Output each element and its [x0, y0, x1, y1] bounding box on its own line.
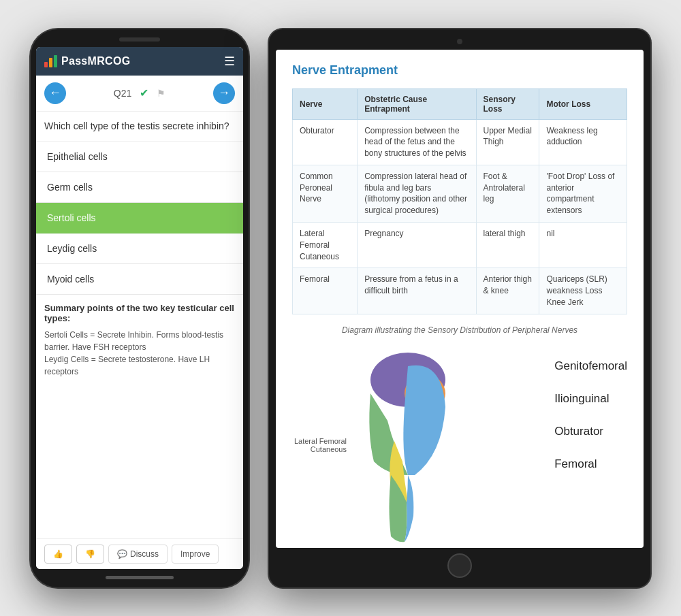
prev-question-button[interactable]: ←	[44, 82, 66, 104]
phone-screen: PassMRCOG ☰ ← Q21 ✔ ⚑ → Which cell type …	[36, 47, 243, 569]
nerve-cause: Compression lateral head of fibula and l…	[358, 165, 476, 222]
table-row: Femoral Pressure from a fetus in a diffi…	[293, 268, 627, 314]
explanation-title: Summary points of the two key testicular…	[44, 303, 235, 323]
nerve-diagram: Genitofemoral Ilioinguinal Obturator Fem…	[292, 346, 627, 548]
phone-footer: 👍 👎 💬 Discuss Improve	[36, 538, 243, 569]
option-leydig-cells[interactable]: Leydig cells	[36, 233, 243, 264]
label-obturator: Obturator	[554, 425, 627, 438]
phone-logo: PassMRCOG	[44, 55, 130, 67]
table-row: Common Peroneal Nerve Compression latera…	[293, 165, 627, 222]
next-question-button[interactable]: →	[213, 82, 235, 104]
nerve-cause: Pressure from a fetus in a difficult bir…	[358, 268, 476, 314]
thumbs-up-button[interactable]: 👍	[44, 545, 72, 564]
col-header-nerve: Nerve	[293, 88, 358, 119]
nerve-cause: Compression between the head of the fetu…	[358, 119, 476, 165]
nerve-cause: Pregnancy	[358, 223, 476, 268]
flag-icon[interactable]: ⚑	[157, 88, 165, 99]
nerve-sensory: Upper Medial Thigh	[476, 119, 539, 165]
nerve-motor: nil	[539, 223, 627, 268]
tablet-camera	[457, 39, 462, 44]
improve-button[interactable]: Improve	[172, 545, 219, 564]
table-row: Obturator Compression between the head o…	[293, 119, 627, 165]
logo-bar-orange	[49, 58, 52, 67]
tablet-home-button[interactable]	[447, 553, 472, 578]
col-header-motor: Motor Loss	[539, 88, 627, 119]
table-row: Lateral Femoral Cutaneous Pregnancy late…	[293, 223, 627, 268]
option-epithelial-cells[interactable]: Epithelial cells	[36, 142, 243, 172]
tablet-screen: Nerve Entrapment Nerve Obstetric Cause E…	[276, 50, 644, 548]
tablet-page-title: Nerve Entrapment	[292, 63, 627, 78]
hamburger-menu-icon[interactable]: ☰	[224, 54, 235, 69]
app-logo-text: PassMRCOG	[61, 55, 130, 67]
logo-bars-icon	[44, 55, 57, 67]
nerve-motor: Quariceps (SLR) weakness Loss Knee Jerk	[539, 268, 627, 314]
diagram-caption: Diagram illustrating the Sensory Distrib…	[292, 325, 627, 335]
question-id: Q21	[114, 88, 131, 99]
phone-speaker	[119, 37, 160, 42]
option-germ-cells[interactable]: Germ cells	[36, 172, 243, 203]
nerve-sensory: Foot & Antrolateral leg	[476, 165, 539, 222]
phone-device: PassMRCOG ☰ ← Q21 ✔ ⚑ → Which cell type …	[31, 29, 249, 587]
nerve-motor: 'Foot Drop' Loss of anterior compartment…	[539, 165, 627, 222]
label-femoral: Femoral	[554, 457, 627, 471]
thumbs-down-button[interactable]: 👎	[76, 545, 104, 564]
check-icon: ✔	[140, 86, 148, 99]
logo-bar-red	[44, 62, 48, 67]
discuss-button[interactable]: 💬 Discuss	[108, 545, 168, 564]
diagram-labels-right: Genitofemoral Ilioinguinal Obturator Fem…	[554, 359, 627, 471]
label-ilioinguinal: Ilioinguinal	[554, 392, 627, 406]
answer-options: Epithelial cells Germ cells Sertoli cell…	[36, 142, 243, 295]
nerve-name: Obturator	[293, 119, 358, 165]
label-genitofemoral: Genitofemoral	[554, 359, 627, 373]
nerve-entrapment-table: Nerve Obstetric Cause Entrapment Sensory…	[292, 88, 627, 314]
option-myoid-cells[interactable]: Myoid cells	[36, 264, 243, 295]
nerve-name: Femoral	[293, 268, 358, 314]
nerve-motor: Weakness leg adduction	[539, 119, 627, 165]
leg-svg	[353, 353, 462, 543]
phone-home-bar	[106, 576, 174, 579]
label-lateral-femoral-cutaneous: Lateral Femoral Cutaneous	[292, 437, 347, 453]
tablet-device: Nerve Entrapment Nerve Obstetric Cause E…	[269, 29, 650, 587]
logo-bar-green	[54, 55, 57, 67]
option-sertoli-cells[interactable]: Sertoli cells	[36, 203, 243, 233]
explanation-body: Sertoli Cells = Secrete Inhibin. Forms b…	[44, 329, 235, 378]
question-text: Which cell type of the testis secrete in…	[36, 112, 243, 142]
nerve-name: Common Peroneal Nerve	[293, 165, 358, 222]
nerve-sensory: Anterior thigh & knee	[476, 268, 539, 314]
phone-header: PassMRCOG ☰	[36, 47, 243, 76]
nerve-name: Lateral Femoral Cutaneous	[293, 223, 358, 268]
nerve-sensory: lateral thigh	[476, 223, 539, 268]
col-header-cause: Obstetric Cause Entrapment	[358, 88, 476, 119]
question-nav: ← Q21 ✔ ⚑ →	[36, 76, 243, 112]
tablet-content: Nerve Entrapment Nerve Obstetric Cause E…	[276, 50, 644, 548]
explanation-section: Summary points of the two key testicular…	[36, 295, 243, 538]
col-header-sensory: Sensory Loss	[476, 88, 539, 119]
nav-center: Q21 ✔ ⚑	[114, 86, 165, 99]
